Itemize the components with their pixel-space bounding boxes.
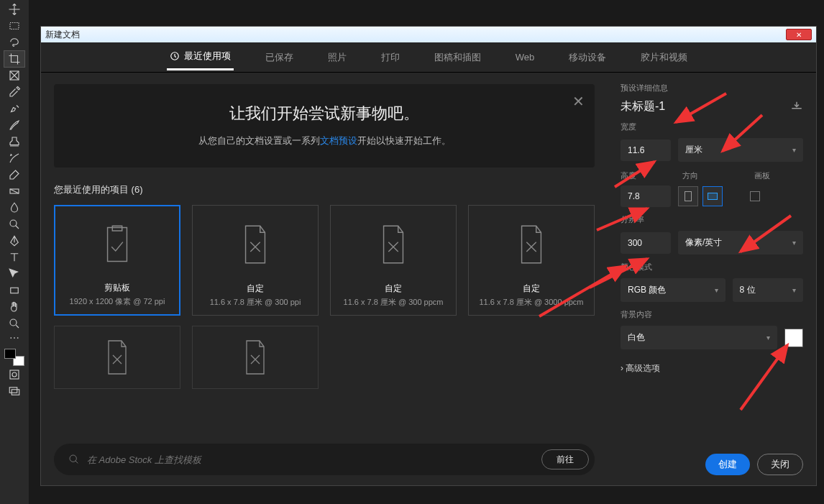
res-unit-select[interactable]: 像素/英寸▾ — [678, 231, 803, 255]
preset-details-panel: 预设详细信息 未标题-1 宽度 厘米▾ 高度 方向 画板 — [608, 73, 816, 485]
tool-hand[interactable] — [4, 299, 24, 315]
svg-rect-8 — [9, 388, 17, 393]
advanced-toggle[interactable]: › 高级选项 — [621, 362, 803, 375]
tab-mobile[interactable]: 移动设备 — [566, 45, 609, 70]
preset-card[interactable] — [54, 326, 180, 389]
orient-label: 方向 — [682, 170, 754, 181]
panel-info-label: 预设详细信息 — [621, 83, 803, 93]
artboard-checkbox[interactable] — [750, 191, 760, 201]
document-icon — [239, 206, 272, 283]
unit-select[interactable]: 厘米▾ — [678, 138, 803, 162]
svg-point-7 — [12, 372, 17, 377]
preset-grid: 剪贴板 1920 x 1200 像素 @ 72 ppi 自定 11.6 x 7.… — [54, 205, 595, 316]
tool-shape[interactable] — [4, 283, 24, 298]
preset-card[interactable]: 自定 11.6 x 7.8 厘米 @ 300 ppi — [192, 205, 319, 316]
search-input[interactable] — [87, 454, 534, 465]
width-input[interactable] — [621, 139, 671, 161]
svg-rect-9 — [12, 390, 19, 395]
tool-more[interactable]: ⋯ — [9, 332, 20, 344]
width-label: 宽度 — [621, 122, 803, 132]
create-button[interactable]: 创建 — [705, 454, 750, 475]
orient-landscape[interactable] — [702, 186, 723, 206]
tool-frame[interactable] — [4, 68, 24, 83]
tool-marquee[interactable] — [4, 18, 24, 34]
tab-saved[interactable]: 已保存 — [262, 45, 296, 70]
artboard-label: 画板 — [754, 170, 770, 181]
svg-point-11 — [70, 455, 76, 462]
hero-desc: 从您自己的文档设置或一系列文档预设开始以快速开始工作。 — [68, 134, 580, 147]
title-bar: 新建文档 ✕ — [41, 27, 816, 42]
orient-portrait[interactable] — [678, 186, 698, 206]
res-label: 分辨率 — [621, 214, 803, 225]
card-title: 自定 — [385, 283, 402, 295]
color-swatch[interactable] — [4, 349, 24, 366]
tool-type[interactable] — [4, 249, 24, 265]
dialog-title: 新建文档 — [45, 29, 80, 41]
tool-eyedropper[interactable] — [4, 84, 24, 100]
height-label: 高度 — [621, 170, 682, 181]
card-sub: 11.6 x 7.8 厘米 @ 300 ppcm — [344, 297, 444, 308]
tab-label: 最近使用项 — [184, 50, 231, 63]
bg-color-swatch[interactable] — [784, 329, 803, 347]
cmode-label: 颜色模式 — [621, 262, 803, 272]
search-bar: 前往 — [54, 444, 595, 475]
card-title: 自定 — [523, 283, 540, 295]
tool-quick-mask[interactable] — [4, 367, 24, 382]
recent-section-label: 您最近使用的项目 (6) — [54, 183, 595, 196]
preset-card[interactable]: 剪贴板 1920 x 1200 像素 @ 72 ppi — [54, 205, 180, 316]
bg-label: 背景内容 — [621, 309, 803, 320]
tool-stamp[interactable] — [4, 134, 24, 150]
clipboard-icon — [101, 206, 134, 282]
tool-pen[interactable] — [4, 233, 24, 249]
preset-card[interactable]: 自定 11.6 x 7.8 厘米 @ 3000 ppcm — [468, 205, 595, 316]
hero-heading: 让我们开始尝试新事物吧。 — [68, 103, 580, 124]
tool-history-brush[interactable] — [4, 150, 24, 166]
doc-title[interactable]: 未标题-1 — [621, 99, 665, 114]
new-document-dialog: 新建文档 ✕ 最近使用项 已保存 照片 打印 图稿和插图 Web 移动设备 胶片… — [40, 26, 817, 486]
bit-depth-select[interactable]: 8 位▾ — [733, 278, 803, 302]
card-sub: 1920 x 1200 像素 @ 72 ppi — [70, 296, 165, 307]
svg-rect-0 — [10, 23, 19, 29]
tool-heal[interactable] — [4, 101, 24, 116]
card-sub: 11.6 x 7.8 厘米 @ 300 ppi — [210, 297, 301, 308]
hero-link[interactable]: 文档预设 — [320, 135, 357, 146]
tab-web[interactable]: Web — [513, 46, 538, 68]
resolution-input[interactable] — [621, 232, 671, 254]
ps-toolbar: ⋯ — [0, 0, 29, 504]
tool-blur[interactable] — [4, 200, 24, 216]
svg-point-5 — [10, 319, 17, 326]
tab-recent[interactable]: 最近使用项 — [167, 44, 234, 70]
tool-screen-mode[interactable] — [4, 383, 24, 399]
tool-zoom[interactable] — [4, 316, 24, 331]
tool-brush[interactable] — [4, 117, 24, 133]
preset-card[interactable] — [192, 326, 319, 389]
tool-move[interactable] — [4, 1, 24, 17]
tool-lasso[interactable] — [4, 35, 24, 50]
bg-select[interactable]: 白色▾ — [621, 326, 777, 349]
search-go-button[interactable]: 前往 — [541, 449, 589, 469]
tab-print[interactable]: 打印 — [378, 45, 403, 70]
tab-film[interactable]: 胶片和视频 — [638, 45, 690, 70]
document-icon — [515, 206, 548, 283]
close-button[interactable]: 关闭 — [757, 454, 803, 475]
tab-illustration[interactable]: 图稿和插图 — [431, 45, 484, 70]
category-tabs: 最近使用项 已保存 照片 打印 图稿和插图 Web 移动设备 胶片和视频 — [41, 42, 816, 73]
tool-dodge[interactable] — [4, 216, 24, 232]
card-title: 自定 — [247, 283, 264, 295]
color-mode-select[interactable]: RGB 颜色▾ — [621, 278, 725, 302]
hero-close-icon[interactable]: ✕ — [572, 93, 585, 110]
tool-crop[interactable] — [4, 51, 24, 67]
preset-card[interactable]: 自定 11.6 x 7.8 厘米 @ 300 ppcm — [330, 205, 457, 316]
window-close-button[interactable]: ✕ — [786, 29, 812, 40]
tool-gradient[interactable] — [4, 183, 24, 199]
height-input[interactable] — [621, 185, 671, 207]
document-icon — [377, 206, 410, 283]
card-title: 剪贴板 — [104, 282, 130, 294]
tool-path[interactable] — [4, 266, 24, 282]
card-sub: 11.6 x 7.8 厘米 @ 3000 ppcm — [479, 297, 583, 308]
hero-banner: ✕ 让我们开始尝试新事物吧。 从您自己的文档设置或一系列文档预设开始以快速开始工… — [54, 84, 595, 168]
tab-photo[interactable]: 照片 — [325, 45, 349, 70]
svg-rect-4 — [11, 288, 19, 293]
tool-eraser[interactable] — [4, 167, 24, 183]
save-preset-icon[interactable] — [790, 101, 803, 114]
